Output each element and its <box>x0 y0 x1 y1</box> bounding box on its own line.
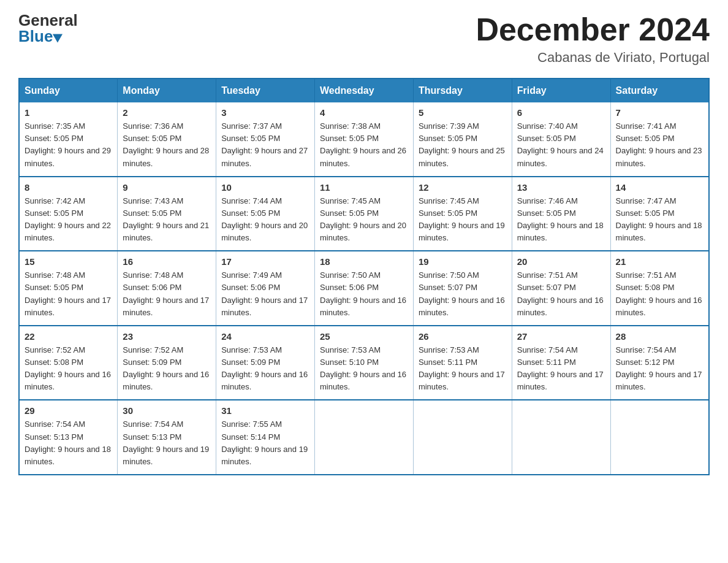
calendar-day-cell: 22 Sunrise: 7:52 AM Sunset: 5:08 PM Dayl… <box>19 326 118 400</box>
day-number: 7 <box>616 107 703 118</box>
day-info: Sunrise: 7:47 AM Sunset: 5:05 PM Dayligh… <box>616 195 703 245</box>
day-info: Sunrise: 7:54 AM Sunset: 5:12 PM Dayligh… <box>616 344 703 394</box>
day-info: Sunrise: 7:54 AM Sunset: 5:11 PM Dayligh… <box>517 344 605 394</box>
day-number: 12 <box>419 182 507 193</box>
calendar-week-row: 29 Sunrise: 7:54 AM Sunset: 5:13 PM Dayl… <box>19 400 709 475</box>
calendar-day-cell: 30 Sunrise: 7:54 AM Sunset: 5:13 PM Dayl… <box>118 400 216 475</box>
calendar-day-cell: 14 Sunrise: 7:47 AM Sunset: 5:05 PM Dayl… <box>610 177 709 251</box>
calendar-day-cell: 31 Sunrise: 7:55 AM Sunset: 5:14 PM Dayl… <box>216 400 315 475</box>
day-number: 4 <box>320 107 408 118</box>
day-number: 3 <box>221 107 309 118</box>
day-info: Sunrise: 7:51 AM Sunset: 5:07 PM Dayligh… <box>517 269 605 319</box>
day-number: 31 <box>221 405 309 416</box>
location-title: Cabanas de Viriato, Portugal <box>476 50 710 66</box>
month-title: December 2024 <box>476 12 710 47</box>
calendar-week-row: 1 Sunrise: 7:35 AM Sunset: 5:05 PM Dayli… <box>19 102 709 177</box>
calendar-day-cell: 28 Sunrise: 7:54 AM Sunset: 5:12 PM Dayl… <box>610 326 709 400</box>
day-info: Sunrise: 7:50 AM Sunset: 5:06 PM Dayligh… <box>320 269 408 319</box>
calendar-day-cell: 17 Sunrise: 7:49 AM Sunset: 5:06 PM Dayl… <box>216 251 315 326</box>
calendar-day-cell: 13 Sunrise: 7:46 AM Sunset: 5:05 PM Dayl… <box>512 177 610 251</box>
day-info: Sunrise: 7:54 AM Sunset: 5:13 PM Dayligh… <box>123 418 211 468</box>
day-number: 23 <box>123 331 211 342</box>
day-number: 18 <box>320 256 408 267</box>
calendar-header-wednesday: Wednesday <box>315 79 414 102</box>
calendar-header-tuesday: Tuesday <box>216 79 315 102</box>
page-header: General Blue December 2024 Cabanas de Vi… <box>18 12 710 66</box>
calendar-header-row: SundayMondayTuesdayWednesdayThursdayFrid… <box>19 79 709 102</box>
calendar-header-saturday: Saturday <box>610 79 709 102</box>
day-number: 16 <box>123 256 211 267</box>
calendar-day-cell: 6 Sunrise: 7:40 AM Sunset: 5:05 PM Dayli… <box>512 102 610 177</box>
calendar-day-cell: 11 Sunrise: 7:45 AM Sunset: 5:05 PM Dayl… <box>315 177 414 251</box>
day-info: Sunrise: 7:45 AM Sunset: 5:05 PM Dayligh… <box>320 195 408 245</box>
day-info: Sunrise: 7:46 AM Sunset: 5:05 PM Dayligh… <box>517 195 605 245</box>
calendar-day-cell: 3 Sunrise: 7:37 AM Sunset: 5:05 PM Dayli… <box>216 102 315 177</box>
calendar-day-cell: 12 Sunrise: 7:45 AM Sunset: 5:05 PM Dayl… <box>413 177 512 251</box>
calendar-day-cell <box>413 400 512 475</box>
calendar-day-cell: 24 Sunrise: 7:53 AM Sunset: 5:09 PM Dayl… <box>216 326 315 400</box>
day-info: Sunrise: 7:48 AM Sunset: 5:05 PM Dayligh… <box>25 269 112 319</box>
calendar-day-cell <box>315 400 414 475</box>
calendar-header-thursday: Thursday <box>413 79 512 102</box>
day-number: 5 <box>419 107 507 118</box>
day-info: Sunrise: 7:45 AM Sunset: 5:05 PM Dayligh… <box>419 195 507 245</box>
calendar-day-cell: 21 Sunrise: 7:51 AM Sunset: 5:08 PM Dayl… <box>610 251 709 326</box>
day-number: 20 <box>517 256 605 267</box>
day-number: 30 <box>123 405 211 416</box>
calendar-day-cell: 5 Sunrise: 7:39 AM Sunset: 5:05 PM Dayli… <box>413 102 512 177</box>
calendar-day-cell: 20 Sunrise: 7:51 AM Sunset: 5:07 PM Dayl… <box>512 251 610 326</box>
logo-blue-text: Blue <box>18 28 53 44</box>
calendar-table: SundayMondayTuesdayWednesdayThursdayFrid… <box>18 78 710 475</box>
day-info: Sunrise: 7:50 AM Sunset: 5:07 PM Dayligh… <box>419 269 507 319</box>
calendar-header-sunday: Sunday <box>19 79 118 102</box>
logo-arrow-icon <box>53 30 65 43</box>
day-number: 25 <box>320 331 408 342</box>
day-info: Sunrise: 7:36 AM Sunset: 5:05 PM Dayligh… <box>123 120 211 170</box>
day-number: 26 <box>419 331 507 342</box>
day-info: Sunrise: 7:55 AM Sunset: 5:14 PM Dayligh… <box>221 418 309 468</box>
day-info: Sunrise: 7:43 AM Sunset: 5:05 PM Dayligh… <box>123 195 211 245</box>
day-number: 2 <box>123 107 211 118</box>
day-number: 27 <box>517 331 605 342</box>
day-info: Sunrise: 7:54 AM Sunset: 5:13 PM Dayligh… <box>25 418 112 468</box>
day-number: 15 <box>25 256 112 267</box>
day-number: 17 <box>221 256 309 267</box>
calendar-week-row: 22 Sunrise: 7:52 AM Sunset: 5:08 PM Dayl… <box>19 326 709 400</box>
day-number: 19 <box>419 256 507 267</box>
day-number: 14 <box>616 182 703 193</box>
day-info: Sunrise: 7:39 AM Sunset: 5:05 PM Dayligh… <box>419 120 507 170</box>
day-info: Sunrise: 7:53 AM Sunset: 5:10 PM Dayligh… <box>320 344 408 394</box>
calendar-header-monday: Monday <box>118 79 216 102</box>
day-info: Sunrise: 7:53 AM Sunset: 5:11 PM Dayligh… <box>419 344 507 394</box>
day-info: Sunrise: 7:35 AM Sunset: 5:05 PM Dayligh… <box>25 120 112 170</box>
day-number: 6 <box>517 107 605 118</box>
calendar-day-cell: 18 Sunrise: 7:50 AM Sunset: 5:06 PM Dayl… <box>315 251 414 326</box>
day-info: Sunrise: 7:52 AM Sunset: 5:08 PM Dayligh… <box>25 344 112 394</box>
day-number: 28 <box>616 331 703 342</box>
day-number: 24 <box>221 331 309 342</box>
day-number: 11 <box>320 182 408 193</box>
day-info: Sunrise: 7:44 AM Sunset: 5:05 PM Dayligh… <box>221 195 309 245</box>
calendar-header-friday: Friday <box>512 79 610 102</box>
day-number: 10 <box>221 182 309 193</box>
day-number: 22 <box>25 331 112 342</box>
day-number: 9 <box>123 182 211 193</box>
calendar-day-cell: 4 Sunrise: 7:38 AM Sunset: 5:05 PM Dayli… <box>315 102 414 177</box>
day-info: Sunrise: 7:38 AM Sunset: 5:05 PM Dayligh… <box>320 120 408 170</box>
calendar-day-cell <box>512 400 610 475</box>
day-info: Sunrise: 7:42 AM Sunset: 5:05 PM Dayligh… <box>25 195 112 245</box>
day-info: Sunrise: 7:41 AM Sunset: 5:05 PM Dayligh… <box>616 120 703 170</box>
day-number: 29 <box>25 405 112 416</box>
logo-general-text: General <box>18 12 78 28</box>
calendar-day-cell: 9 Sunrise: 7:43 AM Sunset: 5:05 PM Dayli… <box>118 177 216 251</box>
day-info: Sunrise: 7:51 AM Sunset: 5:08 PM Dayligh… <box>616 269 703 319</box>
title-block: December 2024 Cabanas de Viriato, Portug… <box>476 12 710 66</box>
calendar-week-row: 15 Sunrise: 7:48 AM Sunset: 5:05 PM Dayl… <box>19 251 709 326</box>
calendar-day-cell: 26 Sunrise: 7:53 AM Sunset: 5:11 PM Dayl… <box>413 326 512 400</box>
calendar-day-cell: 2 Sunrise: 7:36 AM Sunset: 5:05 PM Dayli… <box>118 102 216 177</box>
calendar-day-cell: 7 Sunrise: 7:41 AM Sunset: 5:05 PM Dayli… <box>610 102 709 177</box>
day-number: 21 <box>616 256 703 267</box>
calendar-day-cell: 10 Sunrise: 7:44 AM Sunset: 5:05 PM Dayl… <box>216 177 315 251</box>
calendar-day-cell: 19 Sunrise: 7:50 AM Sunset: 5:07 PM Dayl… <box>413 251 512 326</box>
calendar-day-cell: 23 Sunrise: 7:52 AM Sunset: 5:09 PM Dayl… <box>118 326 216 400</box>
